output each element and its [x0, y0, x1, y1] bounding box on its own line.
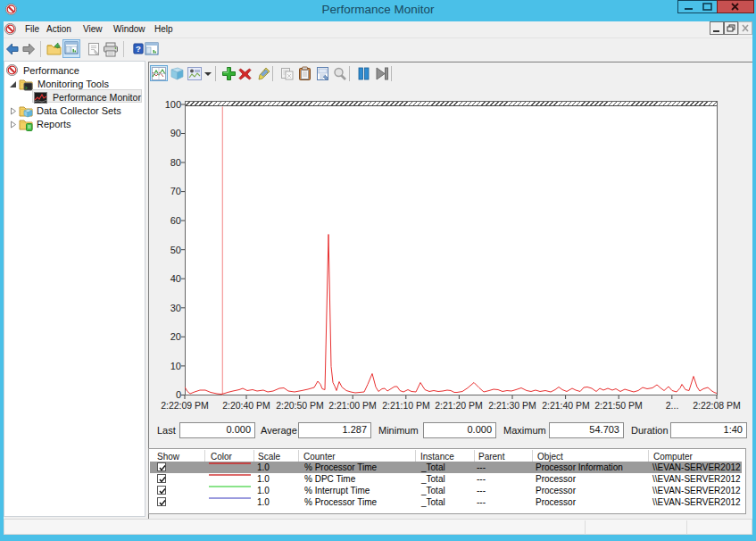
svg-text:?: ?	[136, 44, 141, 54]
